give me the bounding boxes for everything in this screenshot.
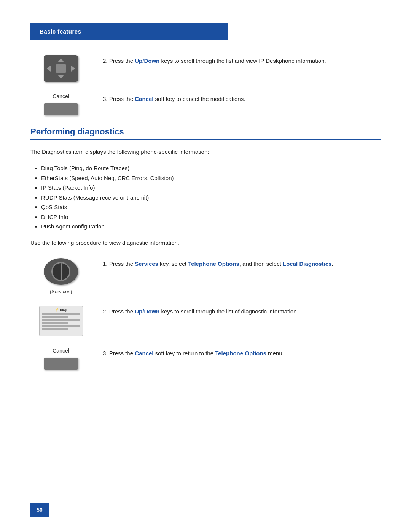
list-item: QoS Stats [41,202,381,212]
use-following-text: Use the following procedure to view diag… [30,238,381,248]
step2-updown: Up/Down [135,58,159,64]
diag-step3-cancel: Cancel [135,350,153,356]
globe-icon [51,262,70,281]
diag-step1-mid: key, select [158,260,188,267]
diag-step2-text: 2. Press the Up/Down keys to scroll thro… [103,306,381,316]
diag-step1-mid2: , and then select [239,260,283,267]
diag-step3-mid: soft key to return to the [153,350,215,356]
diag-step1-prefix: Press the [109,260,135,267]
diag-step1-tel-opts: Telephone Options [188,260,239,267]
page-number-box: 50 [30,503,49,517]
step2-text-main: Press the [109,58,135,64]
diag-step1-end: . [331,260,333,267]
diag-line [42,316,69,318]
diag-line [42,325,80,327]
list-item: Diag Tools (Ping, do Route Traces) [41,163,381,173]
services-key-icon [44,258,78,285]
diag-step3-num: 3. [103,350,108,356]
step3-num: 3. [103,96,108,102]
services-key-col: (Services) [30,258,91,294]
arrow-left-icon [47,66,51,72]
page-content: Basic features 2. Press the Up/Down keys… [0,0,411,412]
arrow-up-icon [58,58,64,62]
step2-text-after: keys to scroll through the list and view… [159,58,326,64]
diag-step1-row: (Services) 1. Press the Services key, se… [30,258,381,294]
list-item: EtherStats (Speed, Auto Neg, CRC Errors,… [41,173,381,183]
diag-step2-prefix: Press the [109,308,135,315]
diag-step2-updown: Up/Down [135,308,159,315]
diag-cancel-key-icon [44,358,78,370]
step-row-cancel: Cancel 3. Press the Cancel soft key to c… [30,93,381,115]
cancel-key-col: Cancel [30,93,91,115]
diag-cancel-col: Cancel [30,348,91,370]
step2-num: 2. [103,58,108,64]
step3-text-main: Press the [109,96,135,102]
section-heading: Performing diagnostics [30,127,381,140]
diag-step3-tel-opts: Telephone Options [215,350,266,356]
arrow-right-icon [71,66,75,72]
bullet-list: Diag Tools (Ping, do Route Traces) Ether… [30,163,381,232]
diag-step3-prefix: Press the [109,350,135,356]
header-banner-text: Basic features [40,28,81,35]
diag-line [42,322,69,324]
diag-cancel-label: Cancel [53,348,69,354]
list-item: IP Stats (Packet Info) [41,183,381,193]
diag-step1-services: Services [135,260,158,267]
arrow-down-icon [58,75,64,79]
step-row-nav: 2. Press the Up/Down keys to scroll thro… [30,55,381,82]
diag-step1-num: 1. [103,260,108,267]
diag-step3-text: 3. Press the Cancel soft key to return t… [103,348,381,358]
diag-line [42,328,69,330]
list-item: DHCP Info [41,212,381,222]
list-item: RUDP Stats (Message receive or transmit) [41,193,381,203]
diag-screen-title: ⚡ Diag [42,308,80,312]
diag-step3-end: menu. [266,350,284,356]
nav-key-icon [44,55,78,82]
page-number: 50 [37,507,43,513]
diag-step1-text: 1. Press the Services key, select Teleph… [103,258,381,268]
diag-step1-local-diag: Local Diagnostics [283,260,331,267]
nav-key-col [30,55,91,82]
header-banner: Basic features [30,23,228,40]
step2-text: 2. Press the Up/Down keys to scroll thro… [103,55,381,66]
step3-text-after: soft key to cancel the modifications. [153,96,245,102]
section-intro: The Diagnostics item displays the follow… [30,147,381,157]
step3-text: 3. Press the Cancel soft key to cancel t… [103,93,381,104]
cancel-key-icon [44,103,78,115]
diag-step2-row: ⚡ Diag 2. Press the Up/Down keys to scro… [30,306,381,336]
list-item: Push Agent configuration [41,222,381,232]
nav-key-center [56,64,66,73]
diag-screen-icon: ⚡ Diag [39,306,83,336]
diag-line [42,313,80,315]
diag-step2-num: 2. [103,308,108,315]
diag-step2-after: keys to scroll through the list of diagn… [159,308,298,315]
diag-step3-row: Cancel 3. Press the Cancel soft key to r… [30,348,381,370]
cancel-label-text: Cancel [53,93,69,99]
diag-line [42,319,80,321]
step3-cancel: Cancel [135,96,153,102]
services-label: (Services) [50,289,72,294]
diag-screen-col: ⚡ Diag [30,306,91,336]
